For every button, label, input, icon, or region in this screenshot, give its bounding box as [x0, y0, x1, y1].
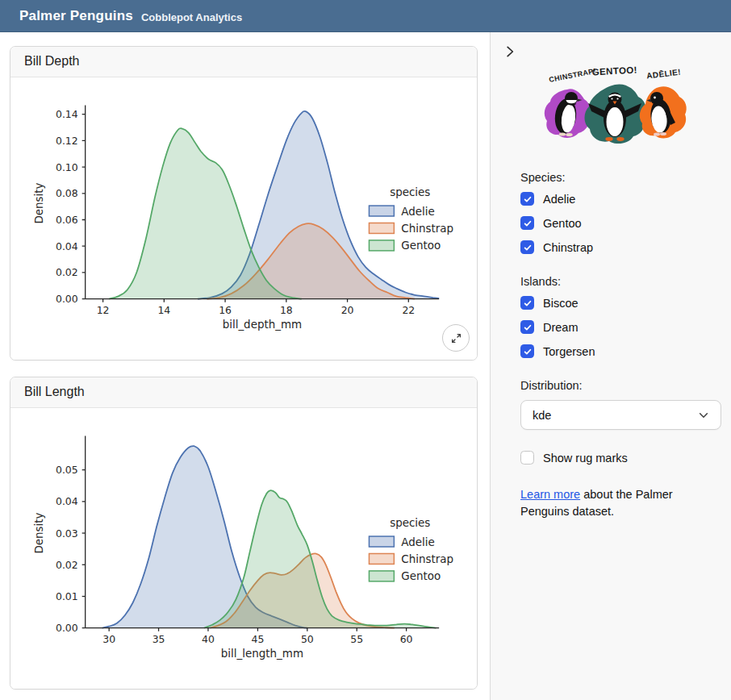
- chevron-right-icon: [503, 44, 517, 59]
- app-subtitle: Cobblepot Analytics: [141, 9, 242, 23]
- svg-text:Adelie: Adelie: [401, 206, 435, 218]
- checkbox-species-gentoo[interactable]: Gentoo: [520, 216, 718, 230]
- svg-text:0.10: 0.10: [56, 161, 78, 173]
- bill-depth-kde-chart: 1214161820220.000.020.040.060.080.100.12…: [10, 77, 477, 360]
- distribution-section-label: Distribution:: [520, 379, 718, 392]
- checkbox-unchecked-icon: [520, 451, 534, 465]
- bill-depth-plot-area: 1214161820220.000.020.040.060.080.100.12…: [10, 77, 477, 360]
- sidebar-collapse-toggle[interactable]: [501, 44, 519, 61]
- svg-text:0.04: 0.04: [56, 495, 78, 507]
- svg-text:0.08: 0.08: [56, 187, 78, 199]
- islands-section-label: Islands:: [520, 275, 718, 288]
- svg-text:0.02: 0.02: [56, 266, 78, 278]
- checkbox-species-adelie[interactable]: Adelie: [520, 192, 718, 206]
- checkbox-island-dream[interactable]: Dream: [520, 320, 718, 334]
- svg-text:55: 55: [350, 633, 363, 645]
- svg-text:50: 50: [301, 633, 314, 645]
- species-section-label: Species:: [520, 171, 718, 184]
- svg-text:0.00: 0.00: [56, 293, 78, 305]
- svg-text:0.05: 0.05: [56, 464, 78, 476]
- card-title-bill-length: Bill Length: [10, 377, 477, 408]
- checkbox-checked-icon: [520, 344, 534, 358]
- svg-text:0.12: 0.12: [56, 135, 78, 147]
- checkbox-species-chinstrap[interactable]: Chinstrap: [520, 240, 718, 254]
- app-header: Palmer Penguins Cobblepot Analytics: [0, 0, 731, 32]
- artwork-label-adelie: ADĒLIE!: [646, 67, 682, 80]
- svg-text:22: 22: [402, 304, 415, 316]
- svg-text:species: species: [390, 186, 430, 198]
- bill-length-kde-chart: 303540455055600.000.010.020.030.040.05bi…: [10, 408, 477, 689]
- svg-text:18: 18: [280, 304, 293, 316]
- artwork-label-gentoo: GENTOO!: [591, 65, 637, 77]
- chevron-down-icon: [698, 410, 709, 421]
- bill-length-plot-area: 303540455055600.000.010.020.030.040.05bi…: [10, 408, 477, 689]
- distribution-select[interactable]: kde: [520, 400, 721, 430]
- checkbox-checked-icon: [520, 320, 534, 334]
- svg-text:bill_length_mm: bill_length_mm: [221, 648, 303, 660]
- svg-text:0.00: 0.00: [56, 622, 78, 634]
- svg-text:Density: Density: [33, 182, 45, 223]
- svg-text:0.14: 0.14: [56, 108, 78, 120]
- svg-text:14: 14: [157, 304, 170, 316]
- svg-text:20: 20: [341, 304, 354, 316]
- svg-text:40: 40: [202, 633, 215, 645]
- svg-text:0.06: 0.06: [56, 214, 78, 226]
- svg-text:12: 12: [97, 304, 110, 316]
- sidebar: CHINSTRAP! GENTOO! ADĒLIE! Species: Adel…: [490, 32, 731, 700]
- checkbox-checked-icon: [520, 296, 534, 310]
- svg-text:16: 16: [219, 304, 232, 316]
- svg-text:Chinstrap: Chinstrap: [401, 553, 453, 565]
- card-bill-length: Bill Length 303540455055600.000.010.020.…: [10, 377, 478, 690]
- checkbox-island-biscoe[interactable]: Biscoe: [520, 296, 718, 310]
- svg-text:0.01: 0.01: [56, 590, 78, 602]
- svg-text:Density: Density: [33, 512, 45, 553]
- svg-text:45: 45: [252, 633, 265, 645]
- main-content: Bill Depth 1214161820220.000.020.040.060…: [0, 32, 490, 700]
- svg-text:30: 30: [102, 633, 115, 645]
- card-title-bill-depth: Bill Depth: [10, 47, 477, 77]
- svg-text:0.02: 0.02: [56, 559, 78, 571]
- svg-text:species: species: [390, 517, 430, 529]
- expand-card-button[interactable]: [442, 324, 470, 352]
- svg-text:35: 35: [152, 633, 165, 645]
- svg-text:60: 60: [400, 633, 413, 645]
- checkbox-show-rug-marks[interactable]: Show rug marks: [520, 451, 718, 465]
- penguin-artwork: CHINSTRAP! GENTOO! ADĒLIE!: [538, 63, 693, 150]
- app-title: Palmer Penguins: [19, 8, 133, 24]
- svg-text:Gentoo: Gentoo: [401, 240, 441, 252]
- checkbox-checked-icon: [520, 192, 534, 206]
- learn-more-link[interactable]: Learn more: [520, 488, 580, 501]
- checkbox-checked-icon: [520, 216, 534, 230]
- svg-text:0.04: 0.04: [56, 240, 78, 252]
- svg-text:bill_depth_mm: bill_depth_mm: [223, 319, 302, 331]
- svg-text:0.03: 0.03: [56, 527, 78, 540]
- dataset-footnote: Learn more about the Palmer Penguins dat…: [520, 486, 706, 520]
- distribution-selected-value: kde: [533, 409, 551, 422]
- svg-text:Gentoo: Gentoo: [401, 570, 441, 582]
- checkbox-checked-icon: [520, 240, 534, 254]
- artwork-label-chinstrap: CHINSTRAP!: [548, 67, 596, 84]
- expand-icon: [450, 332, 462, 344]
- card-bill-depth: Bill Depth 1214161820220.000.020.040.060…: [10, 46, 478, 360]
- svg-text:Adelie: Adelie: [401, 536, 435, 548]
- checkbox-island-torgersen[interactable]: Torgersen: [520, 344, 718, 358]
- svg-text:Chinstrap: Chinstrap: [401, 223, 453, 235]
